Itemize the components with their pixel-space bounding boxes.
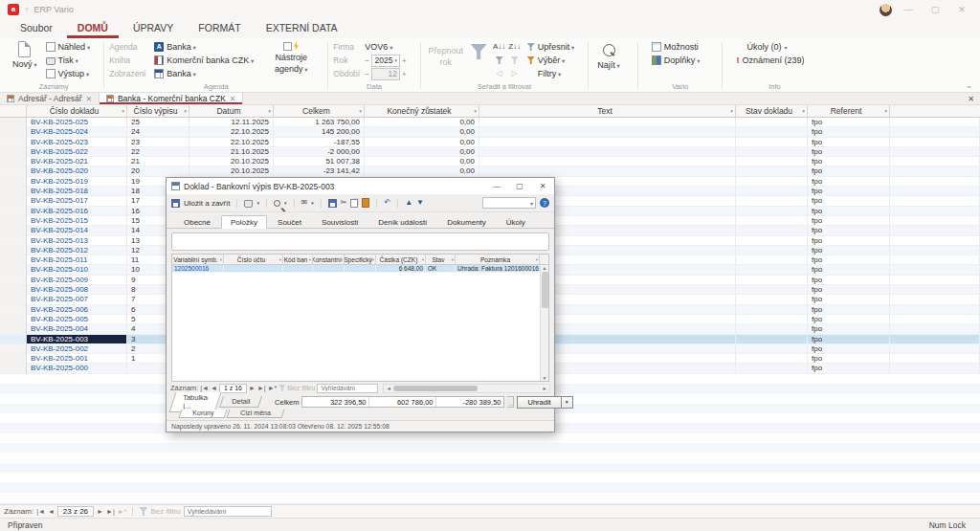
filter-state-label[interactable]: Bez filtru [287,384,315,392]
rok-value[interactable]: 2025▾ [371,55,400,67]
row-selector[interactable] [0,344,27,354]
toolbar-combobox[interactable]: ▾ [482,197,536,209]
last-record-button[interactable]: ►| [257,385,266,391]
filter-funnel-icon[interactable] [471,44,487,59]
horizontal-scrollbar[interactable]: ◄► [383,384,550,393]
new-record-button[interactable]: ►* [118,508,127,515]
rok-plus-button[interactable]: + [402,56,407,65]
document-link[interactable]: BV-KB-2025-021 [27,157,127,166]
tasks-button[interactable]: Úkoly (0)▾ [736,40,804,54]
table-row[interactable]: BV-KB-2025-0252512.11.20251 263 750,000,… [0,118,980,127]
mail-icon[interactable]: ✉ [301,199,308,207]
column-header-stav-dokladu[interactable]: Stav dokladu [736,105,808,117]
column-header-variabilni-symbol[interactable]: Variabilní symb. [172,254,224,264]
row-selector[interactable] [0,127,27,137]
scroll-right-icon[interactable]: ► [543,386,547,391]
close-tab-icon[interactable]: ✕ [86,95,92,103]
document-link[interactable]: BV-KB-2025-002 [27,344,127,354]
tab-dokumenty[interactable]: Dokumenty [437,215,495,229]
find-button[interactable]: Najít [593,40,624,71]
vertical-scrollbar[interactable]: ▲▼ [540,265,548,381]
filter-by-selection-icon[interactable] [496,56,503,64]
filter-state-label[interactable]: Bez filtru [150,507,180,516]
table-row[interactable]: BV-KB-2025-0232322.10.2025-187,550,00fpo [0,138,980,147]
document-link[interactable]: BV-KB-2025-014 [27,226,127,235]
document-link[interactable]: BV-KB-2025-018 [27,187,127,196]
minimize-button[interactable]: — [898,5,919,14]
search-input[interactable] [317,384,378,393]
undo-icon[interactable]: ↶ [384,199,390,207]
previous-record-button[interactable]: ◄ [211,385,217,391]
dialog-minimize-button[interactable]: — [487,182,506,190]
tab-ukoly[interactable]: Úkoly [497,215,535,229]
column-header-cislo-uctu[interactable]: Číslo účtu [224,254,283,264]
row-selector[interactable] [0,196,27,206]
tab-banka[interactable]: Banka - Komerční banka CZK ✕ [100,93,243,104]
row-selector[interactable] [0,177,27,187]
tab-polozky[interactable]: Položky [221,215,267,229]
row-selector[interactable] [0,216,27,226]
first-record-button[interactable]: |◄ [200,385,209,391]
dialog-maximize-button[interactable]: ▢ [510,182,529,190]
tab-denik-udalosti[interactable]: Deník událostí [368,215,436,229]
document-link[interactable]: BV-KB-2025-010 [27,265,127,275]
column-header-poznamka[interactable]: Poznámka [456,254,540,264]
agenda-select[interactable]: Banka [167,42,196,52]
switch-year-button[interactable]: Přepnoutrok [426,40,466,68]
menu-domu[interactable]: DOMŮ [67,19,119,38]
row-selector[interactable] [0,265,27,275]
close-button[interactable]: ✕ [951,5,972,14]
scroll-down-icon[interactable]: ▼ [543,375,547,381]
search-input[interactable] [184,506,272,517]
obdobi-minus-button[interactable]: − [365,70,369,78]
quick-access-caret-icon[interactable]: ▿ [25,6,29,13]
clear-filter-icon[interactable] [511,56,519,64]
column-header-cislo-vypisu[interactable]: Číslo výpisu [127,105,189,117]
document-link[interactable]: BV-KB-2025-013 [27,236,127,246]
column-header-specificky[interactable]: Specifický [345,254,376,264]
print-button[interactable]: Tisk [46,54,91,67]
maximize-button[interactable]: ▢ [924,5,946,14]
column-header-castka[interactable]: Částka (CZK) [376,254,426,264]
row-selector[interactable] [0,285,27,295]
agenda-tools-button[interactable]: Nástroje agendy [268,40,314,75]
options-button[interactable]: Možnosti [652,40,701,54]
sort-descending-button[interactable]: Z↓↓ [508,43,521,51]
document-link[interactable]: BV-KB-2025-022 [27,147,127,157]
row-selector[interactable] [0,166,27,176]
row-selector[interactable] [0,236,27,246]
menu-upravy[interactable]: ÚPRAVY [122,19,184,38]
scrollbar-thumb[interactable] [393,386,478,391]
next-record-button[interactable]: ► [249,385,256,391]
row-selector[interactable] [0,118,27,127]
obdobi-value[interactable]: 12 [371,68,400,80]
document-link[interactable]: BV-KB-2025-015 [27,216,127,226]
dialog-close-button[interactable]: ✕ [533,182,552,190]
preview-button[interactable]: Náhled [46,40,91,54]
row-selector[interactable] [0,157,27,166]
paste-icon[interactable] [362,198,369,208]
subtab-detail[interactable]: Detail [219,396,262,408]
table-row[interactable]: BV-KB-2025-0212120.10.202551 007,380,00f… [0,157,980,166]
tab-cizi-mena[interactable]: Cizí měna [227,409,284,418]
save-close-button[interactable]: Uložit a zavřít [184,199,230,208]
refine-button[interactable]: Upřesnit [527,40,575,54]
record-position[interactable]: 1 z 16 [219,384,247,393]
variable-symbol-link[interactable]: 1202500016 [172,265,224,273]
move-up-icon[interactable]: ▲ [405,199,412,207]
new-button[interactable]: Nový [9,40,41,70]
document-link[interactable]: BV-KB-2025-012 [27,246,127,255]
filters-button[interactable]: Filtry [527,67,575,80]
row-selector[interactable] [0,207,27,216]
row-selector[interactable] [0,315,27,324]
zoom-dropdown-icon[interactable]: ▾ [284,201,287,206]
close-all-tabs-icon[interactable]: ✕ [962,93,980,104]
row-selector[interactable] [0,187,27,196]
menu-format[interactable]: FORMÁT [188,19,251,38]
column-header-cislo-dokladu[interactable]: Číslo dokladu [27,105,127,117]
scroll-up-icon[interactable]: ▲ [543,265,547,271]
record-position[interactable]: 23 z 26 [57,506,94,517]
table-row[interactable]: BV-KB-2025-0202020.10.2025-23 141,420,00… [0,166,980,176]
close-tab-icon[interactable]: ✕ [230,95,235,103]
document-link[interactable]: BV-KB-2025-025 [27,118,127,127]
